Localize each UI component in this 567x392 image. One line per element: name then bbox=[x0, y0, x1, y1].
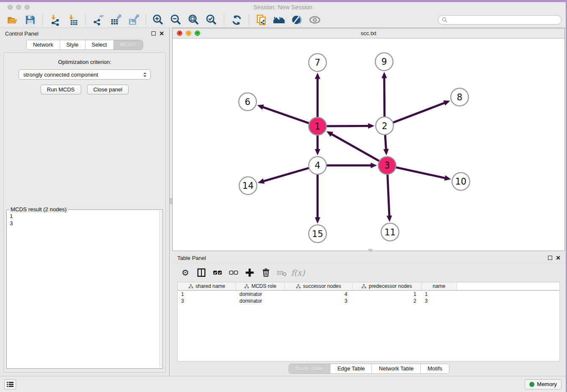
table-cell[interactable]: 3 bbox=[178, 298, 236, 304]
criterion-dropdown-value: strongly connected component bbox=[23, 72, 141, 78]
column-header-name[interactable]: name bbox=[421, 282, 457, 290]
graph-edge-arrowhead bbox=[315, 73, 320, 79]
zoom-in-icon[interactable] bbox=[150, 14, 166, 26]
table-cell[interactable]: 3 bbox=[421, 298, 457, 304]
graph-node-label: 10 bbox=[455, 177, 467, 187]
table-header-row: shared name MCDS role successor nodes bbox=[178, 282, 559, 291]
column-header-successor-nodes[interactable]: successor nodes bbox=[285, 282, 352, 290]
float-panel-icon[interactable] bbox=[151, 31, 156, 36]
zoom-fit-icon[interactable] bbox=[186, 14, 202, 26]
open-folder-icon[interactable] bbox=[4, 14, 20, 26]
mcds-result-textarea[interactable]: 1 3 bbox=[7, 210, 159, 368]
table-cell[interactable]: 4 bbox=[285, 291, 352, 297]
result-scrollbar[interactable] bbox=[159, 211, 162, 367]
show-columns-icon[interactable] bbox=[195, 266, 208, 279]
export-table-icon[interactable] bbox=[107, 14, 124, 26]
toolbar-separator bbox=[42, 14, 43, 25]
graph-node-label: 14 bbox=[242, 181, 254, 191]
table-panel: Table Panel ✕ ⚙ bbox=[172, 252, 566, 376]
table-panel-title: Table Panel bbox=[177, 255, 206, 261]
mcds-result-group: MCDS result (2 nodes) 1 3 bbox=[6, 210, 163, 369]
tab-network-table[interactable]: Network Table bbox=[372, 364, 421, 373]
graph-edge-arrowhead bbox=[444, 175, 451, 181]
graph-edge-2-8[interactable] bbox=[385, 103, 445, 126]
import-network-icon[interactable] bbox=[47, 14, 63, 26]
memory-button[interactable]: Memory bbox=[525, 379, 561, 389]
network-graph: 7968124314101511 bbox=[173, 39, 564, 251]
float-panel-icon[interactable] bbox=[548, 256, 552, 260]
tab-motifs[interactable]: Motifs bbox=[421, 364, 449, 373]
search-input[interactable] bbox=[450, 17, 558, 23]
graph-node-label: 11 bbox=[384, 227, 396, 237]
main-toolbar bbox=[0, 12, 566, 28]
run-mcds-button[interactable]: Run MCDS bbox=[41, 85, 81, 94]
table-row[interactable]: 1 dominator 4 1 1 bbox=[178, 291, 559, 298]
network-view-window: ✕ − + scc.txt 7968124314101511 bbox=[172, 28, 565, 251]
tab-network[interactable]: Network bbox=[27, 40, 60, 50]
node-table: shared name MCDS role successor nodes bbox=[177, 282, 560, 362]
panel-splitter[interactable] bbox=[169, 28, 172, 376]
refresh-layout-icon[interactable] bbox=[228, 14, 245, 26]
zoom-selected-icon[interactable] bbox=[204, 14, 220, 26]
tree-icon bbox=[188, 284, 193, 289]
delete-table-icon[interactable] bbox=[275, 266, 288, 279]
tab-node-table[interactable]: Node Table bbox=[289, 364, 331, 373]
graph-edge-arrowhead bbox=[257, 105, 264, 110]
control-panel-header: Control Panel ✕ bbox=[0, 28, 169, 39]
table-row[interactable]: 3 dominator 3 2 3 bbox=[178, 298, 559, 304]
zoom-out-icon[interactable] bbox=[168, 14, 184, 26]
graph-node-label: 15 bbox=[312, 229, 323, 239]
close-panel-icon[interactable]: ✕ bbox=[159, 30, 164, 36]
table-cell[interactable]: 1 bbox=[421, 291, 457, 297]
graph-edge-3-1[interactable] bbox=[331, 134, 387, 166]
control-panel-tabs: Network Style Select MCDS bbox=[26, 40, 143, 50]
graph-node-label: 3 bbox=[384, 160, 390, 171]
function-builder-icon[interactable]: f(x) bbox=[292, 266, 304, 279]
graph-node-label: 7 bbox=[315, 58, 320, 68]
save-floppy-icon[interactable] bbox=[22, 14, 38, 26]
table-cell[interactable]: 3 bbox=[285, 298, 352, 304]
resize-handle[interactable] bbox=[369, 249, 372, 251]
select-all-icon[interactable] bbox=[211, 266, 224, 279]
column-header-mcds-role[interactable]: MCDS role bbox=[236, 282, 285, 290]
criterion-dropdown[interactable]: strongly connected component bbox=[19, 69, 151, 80]
titlebar: Session: New Session bbox=[0, 2, 566, 12]
deselect-all-icon[interactable] bbox=[227, 266, 240, 279]
close-panel-icon[interactable]: ✕ bbox=[556, 255, 561, 261]
network-canvas[interactable]: 7968124314101511 bbox=[173, 39, 564, 251]
column-header-predecessor-nodes[interactable]: predecessor nodes bbox=[352, 282, 421, 290]
graph-edge-arrowhead bbox=[258, 179, 264, 184]
toolbar-separator bbox=[146, 14, 146, 25]
add-row-icon[interactable] bbox=[243, 266, 256, 279]
tab-edge-table[interactable]: Edge Table bbox=[330, 364, 372, 373]
eye-icon[interactable] bbox=[307, 14, 323, 26]
graph-node-label: 6 bbox=[245, 97, 250, 107]
export-image-icon[interactable] bbox=[125, 14, 141, 26]
table-cell[interactable]: 2 bbox=[352, 298, 421, 304]
tab-select[interactable]: Select bbox=[85, 40, 114, 50]
table-cell[interactable]: 1 bbox=[352, 291, 421, 297]
status-bar: Memory bbox=[0, 376, 566, 392]
crossed-circle-icon[interactable] bbox=[289, 14, 305, 26]
result-line: 3 bbox=[10, 220, 158, 227]
houses-icon[interactable] bbox=[271, 14, 287, 26]
trash-icon[interactable] bbox=[259, 266, 272, 279]
tree-icon bbox=[244, 284, 249, 289]
gear-icon[interactable]: ⚙ bbox=[179, 266, 192, 279]
task-list-icon[interactable] bbox=[4, 379, 16, 389]
table-cell[interactable]: 1 bbox=[178, 291, 236, 297]
close-panel-button[interactable]: Close panel bbox=[87, 85, 129, 94]
tab-style[interactable]: Style bbox=[60, 40, 85, 50]
column-header-shared-name[interactable]: shared name bbox=[178, 282, 236, 290]
import-table-icon[interactable] bbox=[65, 14, 81, 26]
table-cell[interactable]: dominator bbox=[236, 298, 285, 304]
table-cell[interactable]: dominator bbox=[236, 291, 285, 297]
search-field[interactable] bbox=[438, 15, 561, 25]
memory-label: Memory bbox=[537, 381, 557, 387]
tree-icon bbox=[296, 284, 301, 289]
clone-network-icon[interactable] bbox=[253, 14, 270, 26]
network-window-titlebar[interactable]: ✕ − + scc.txt bbox=[173, 28, 564, 39]
graph-edge-arrowhead bbox=[383, 149, 389, 155]
export-network-icon[interactable] bbox=[90, 14, 106, 26]
tab-mcds[interactable]: MCDS bbox=[114, 40, 143, 50]
